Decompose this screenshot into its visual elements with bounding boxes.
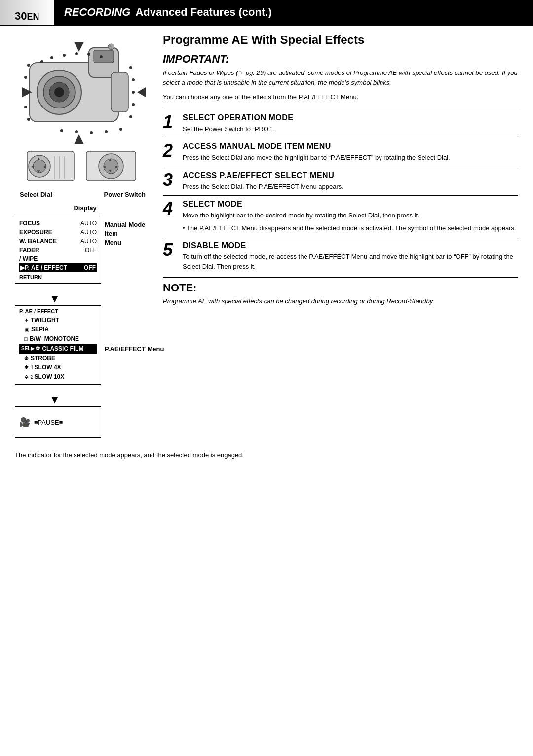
svg-point-11 xyxy=(63,54,66,57)
svg-rect-6 xyxy=(94,50,114,63)
important-text: If certain Fades or Wipes (☞ pg. 29) are… xyxy=(163,68,518,87)
svg-point-18 xyxy=(132,103,135,106)
page-header: 30EN RECORDING Advanced Features (cont.) xyxy=(0,0,533,26)
svg-text:▼: ▼ xyxy=(36,169,41,174)
svg-point-24 xyxy=(60,129,63,132)
pae-effect-label: P.AE/EFFECT Menu xyxy=(105,345,164,353)
menu-row-wipe: / WIPE xyxy=(19,254,97,263)
page-number: 30EN xyxy=(0,0,54,25)
svg-point-15 xyxy=(129,66,132,69)
device-labels: Select Dial Power Switch xyxy=(15,191,151,198)
menu-row-wbalance: W. BALANCE AUTO xyxy=(19,237,97,246)
svg-point-25 xyxy=(27,118,30,121)
pae-effect-box: P. AE / EFFECT ✦ TWILIGHT ▣ SEPIA □ B/W … xyxy=(15,305,101,385)
step-3: 3 ACCESS P.AE/EFFECT SELECT MENU Press t… xyxy=(163,167,518,196)
menu-row-focus: FOCUS AUTO xyxy=(19,219,97,228)
svg-point-4 xyxy=(54,87,64,97)
right-column: Programme AE With Special Effects IMPORT… xyxy=(158,26,533,445)
svg-point-21 xyxy=(105,130,108,133)
intro-text: You can choose any one of the effects fr… xyxy=(163,92,518,102)
pae-item-sepia: ▣ SEPIA xyxy=(19,325,97,334)
pae-item-slow4x: ✱ 1 SLOW 4X xyxy=(19,363,97,372)
svg-marker-32 xyxy=(74,42,84,52)
svg-point-26 xyxy=(24,106,27,108)
svg-text:◄: ◄ xyxy=(102,164,107,169)
arrow-down-1: ▼ xyxy=(49,293,151,304)
svg-point-22 xyxy=(90,131,93,134)
menu-return: RETURN xyxy=(19,274,97,280)
svg-point-12 xyxy=(75,52,78,55)
svg-text:▲: ▲ xyxy=(36,156,41,161)
svg-point-20 xyxy=(119,128,122,131)
svg-point-10 xyxy=(50,56,53,59)
svg-point-9 xyxy=(40,60,43,63)
pae-item-monotone: □ B/W MONOTONE xyxy=(19,334,97,344)
pae-item-strobe: ❋ STROBE xyxy=(19,354,97,363)
svg-marker-33 xyxy=(74,134,84,144)
manual-mode-menu-box: FOCUS AUTO EXPOSURE AUTO W. BALANCE AUTO… xyxy=(15,216,101,284)
svg-point-23 xyxy=(75,130,78,133)
pae-item-classic-film: SEL▶ ✿ CLASSIC FILM xyxy=(19,344,97,354)
arrow-down-2: ▼ xyxy=(49,395,151,405)
svg-point-19 xyxy=(129,115,132,118)
note-label: NOTE: xyxy=(163,282,518,294)
footer-text: The indicator for the selected mode appe… xyxy=(0,445,533,465)
step-4-bullet: • The P.AE/EFFECT Menu disappears and th… xyxy=(183,223,518,233)
step-5: 5 DISABLE MODE To turn off the selected … xyxy=(163,237,518,275)
svg-text:▲: ▲ xyxy=(108,157,113,162)
svg-text:◄: ◄ xyxy=(30,164,35,169)
step-4: 4 SELECT MODE Move the highlight bar to … xyxy=(163,195,518,237)
display-label: Display xyxy=(20,204,151,212)
svg-point-14 xyxy=(100,55,103,58)
power-switch-label: Power Switch xyxy=(104,191,146,198)
section-title: Programme AE With Special Effects xyxy=(163,33,518,47)
note-section: NOTE: Programme AE with special effects … xyxy=(163,277,518,306)
manual-mode-menu-container: FOCUS AUTO EXPOSURE AUTO W. BALANCE AUTO… xyxy=(15,216,151,291)
svg-rect-8 xyxy=(111,72,128,112)
camera-illustration: ▲ ▼ ◄ ► ▲ ▼ ◄ ► xyxy=(15,33,146,186)
svg-marker-31 xyxy=(137,87,146,97)
note-text: Programme AE with special effects can be… xyxy=(163,296,518,306)
manual-mode-item-label: Manual Mode Item Menu xyxy=(105,220,151,248)
svg-point-13 xyxy=(87,53,90,56)
pause-display-box: 🎥 ≡PAUSE≡ xyxy=(15,406,101,438)
menu-row-fader: FADER OFF xyxy=(19,246,97,254)
select-dial-label: Select Dial xyxy=(20,191,52,198)
svg-point-29 xyxy=(27,64,30,67)
step-1: 1 SELECT OPERATION MODE Set the Power Sw… xyxy=(163,109,518,138)
svg-point-16 xyxy=(132,78,135,81)
svg-point-28 xyxy=(24,76,27,79)
menu-row-exposure: EXPOSURE AUTO xyxy=(19,228,97,237)
menu-row-pae-effect: ▶P. AE / EFFECT OFF xyxy=(19,263,97,272)
pae-effect-menu-container: P. AE / EFFECT ✦ TWILIGHT ▣ SEPIA □ B/W … xyxy=(15,305,151,392)
svg-text:▼: ▼ xyxy=(108,168,113,173)
left-column: ▲ ▼ ◄ ► ▲ ▼ ◄ ► Select D xyxy=(0,26,158,445)
svg-point-7 xyxy=(108,44,114,50)
svg-text:►: ► xyxy=(43,164,48,169)
pae-item-slow10x: ✲ 2 SLOW 10X xyxy=(19,372,97,382)
main-content: ▲ ▼ ◄ ► ▲ ▼ ◄ ► Select D xyxy=(0,26,533,445)
step-2: 2 ACCESS MANUAL MODE ITEM MENU Press the… xyxy=(163,138,518,167)
important-label: IMPORTANT: xyxy=(163,53,518,66)
header-title: RECORDING Advanced Features (cont.) xyxy=(54,0,533,25)
svg-point-17 xyxy=(132,91,135,94)
svg-text:►: ► xyxy=(115,164,119,169)
pae-item-twilight: ✦ TWILIGHT xyxy=(19,316,97,325)
